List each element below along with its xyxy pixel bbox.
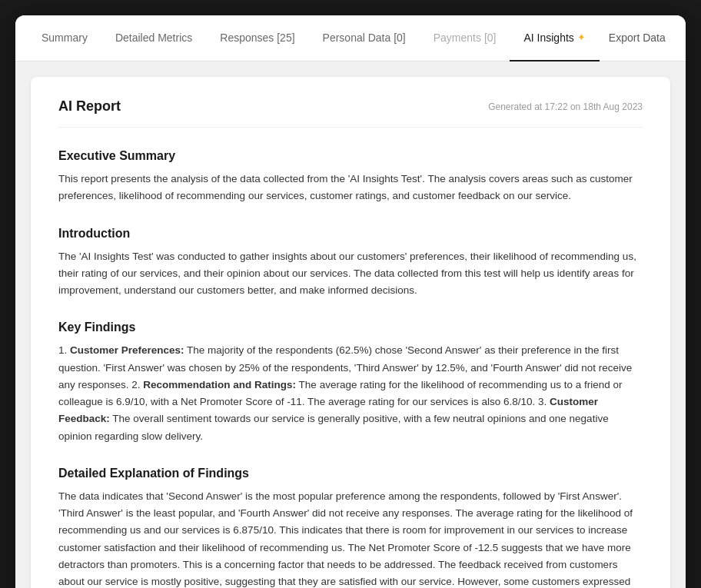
section-heading-key-findings: Key Findings [58,321,643,334]
tab-bar: Summary Detailed Metrics Responses [25] … [15,15,686,61]
section-introduction: Introduction The 'AI Insights Test' was … [58,227,643,300]
content-area: AI Report Generated at 17:22 on 18th Aug… [15,61,686,588]
section-key-findings: Key Findings 1. Customer Preferences: Th… [58,321,643,445]
app-window: Summary Detailed Metrics Responses [25] … [15,15,686,588]
tab-payments: Payments [0] [420,15,510,61]
section-heading-detailed-explanation: Detailed Explanation of Findings [58,467,643,480]
ai-insights-star-icon: ✦ [577,32,586,43]
tab-personal-data[interactable]: Personal Data [0] [309,15,420,61]
section-detailed-explanation: Detailed Explanation of Findings The dat… [58,467,643,588]
section-text-detailed-explanation: The data indicates that 'Second Answer' … [58,488,643,588]
tab-ai-insights[interactable]: AI Insights ✦ [510,15,599,61]
section-text-executive-summary: This report presents the analysis of the… [58,171,643,205]
report-header: AI Report Generated at 17:22 on 18th Aug… [58,98,643,128]
tab-summary[interactable]: Summary [28,15,101,61]
report-card: AI Report Generated at 17:22 on 18th Aug… [31,77,670,588]
report-generated: Generated at 17:22 on 18th Aug 2023 [488,101,643,112]
section-heading-introduction: Introduction [58,227,643,241]
tab-responses[interactable]: Responses [25] [206,15,308,61]
tab-detailed-metrics[interactable]: Detailed Metrics [101,15,206,61]
section-heading-executive-summary: Executive Summary [58,149,643,163]
report-title: AI Report [58,98,121,115]
tab-export-data[interactable]: Export Data [600,15,675,61]
section-executive-summary: Executive Summary This report presents t… [58,149,643,205]
section-text-key-findings: 1. Customer Preferences: The majority of… [58,342,643,445]
section-text-introduction: The 'AI Insights Test' was conducted to … [58,248,643,300]
